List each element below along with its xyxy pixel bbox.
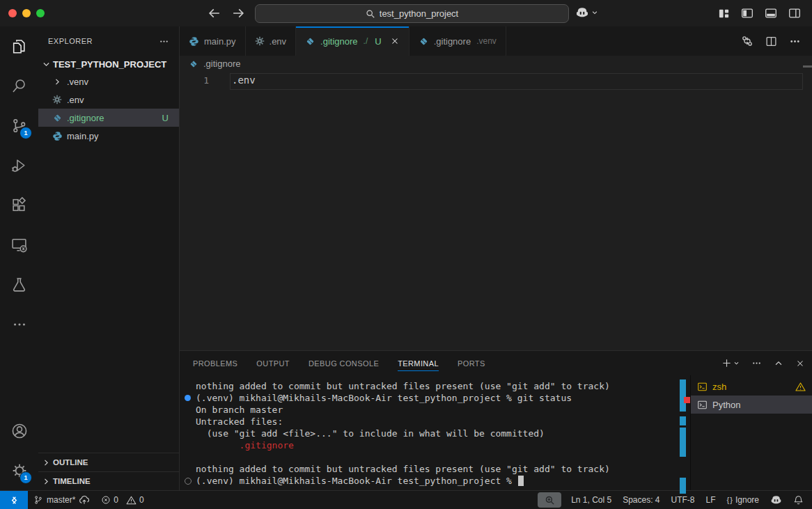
- chevron-down-icon: [42, 60, 51, 69]
- terminal-tabs-list: zsh Python: [690, 375, 812, 490]
- terminal-icon: [697, 382, 708, 392]
- tab-label: main.py: [204, 36, 236, 47]
- activitybar-extensions[interactable]: [0, 185, 38, 225]
- close-tab-button[interactable]: [390, 36, 400, 46]
- search-icon: [10, 77, 28, 95]
- account-icon: [10, 422, 29, 440]
- tree-item-main-py[interactable]: main.py: [38, 127, 179, 145]
- customize-layout-button[interactable]: [718, 8, 730, 19]
- explorer-more-actions-button[interactable]: [159, 36, 169, 47]
- command-center-search[interactable]: test_python_project: [255, 4, 569, 23]
- status-bar: master* 0 0 Ln 1, Col 5 Spaces: 4 UTF-8 …: [0, 490, 812, 509]
- editor-content[interactable]: 1 .env: [180, 72, 812, 350]
- activitybar-testing[interactable]: [0, 265, 38, 304]
- tree-root-test-python-project[interactable]: TEST_PYTHON_PROJECT: [38, 56, 179, 72]
- activitybar-settings[interactable]: 1: [0, 451, 38, 490]
- navigate-forward-button[interactable]: [230, 6, 247, 20]
- language-mode-item[interactable]: Ignore: [721, 491, 765, 509]
- notifications-item[interactable]: [788, 491, 812, 509]
- editor-actions: [741, 26, 812, 56]
- outline-section-header[interactable]: OUTLINE: [38, 453, 179, 471]
- command-decoration-mark: [680, 379, 686, 412]
- panel-tab-terminal[interactable]: TERMINAL: [398, 351, 439, 375]
- indentation-item[interactable]: Spaces: 4: [617, 491, 665, 509]
- terminal-tab-python[interactable]: Python: [691, 396, 812, 414]
- sidebar-header: EXPLORER: [38, 26, 179, 56]
- toggle-panel-button[interactable]: [765, 7, 777, 19]
- branch-status-item[interactable]: master*: [28, 491, 95, 509]
- tab-gitignore-active[interactable]: .gitignore ./ U: [296, 26, 409, 56]
- arrow-right-icon: [231, 6, 245, 20]
- terminal-panel-body: nothing added to commit but untracked fi…: [180, 375, 812, 490]
- navigate-back-button[interactable]: [206, 6, 223, 20]
- copilot-status-item[interactable]: [765, 491, 788, 509]
- git-branch-icon: [33, 495, 43, 505]
- new-terminal-button[interactable]: [721, 358, 740, 368]
- editor-group: main.py .env .gitignore ./ U .gitignore …: [180, 26, 812, 490]
- overview-ruler-mark: [803, 65, 812, 68]
- cursor-position-item[interactable]: Ln 1, Col 5: [565, 491, 617, 509]
- chevron-down-icon: [591, 9, 598, 16]
- project-name: TEST_PYTHON_PROJECT: [53, 59, 166, 70]
- toggle-secondary-sidebar-button[interactable]: [788, 7, 801, 19]
- activitybar-accounts[interactable]: [0, 411, 38, 451]
- outline-label: OUTLINE: [53, 458, 88, 467]
- cursor-position-label: Ln 1, Col 5: [571, 495, 611, 505]
- toggle-primary-sidebar-button[interactable]: [741, 7, 754, 19]
- activitybar-search[interactable]: [0, 66, 38, 106]
- panel-tab-label: OUTPUT: [256, 359, 290, 368]
- panel-tab-debug-console[interactable]: DEBUG CONSOLE: [309, 351, 379, 375]
- activitybar-remote-explorer[interactable]: [0, 225, 38, 265]
- activitybar-run-and-debug[interactable]: [0, 146, 38, 185]
- tab-label: .env: [270, 36, 287, 47]
- terminal-line: [180, 451, 678, 463]
- copilot-menu-button[interactable]: [575, 7, 598, 18]
- panel-tab-ports[interactable]: PORTS: [458, 351, 485, 375]
- tab-gitignore-venv[interactable]: .gitignore .venv: [409, 26, 506, 56]
- close-window-button[interactable]: [8, 9, 17, 17]
- search-icon: [366, 9, 375, 19]
- maximize-panel-button[interactable]: [774, 359, 783, 368]
- activitybar-explorer[interactable]: [0, 26, 38, 66]
- activitybar-more-views[interactable]: [0, 304, 38, 344]
- activitybar-source-control[interactable]: 1: [0, 106, 38, 146]
- problems-status-item[interactable]: 0 0: [95, 491, 149, 509]
- timeline-section-header[interactable]: TIMELINE: [38, 471, 179, 490]
- terminal-overview-ruler[interactable]: [678, 375, 690, 490]
- terminal-more-actions-button[interactable]: [751, 358, 762, 368]
- indentation-label: Spaces: 4: [623, 495, 659, 505]
- command-success-decoration[interactable]: [185, 395, 191, 401]
- tab-main-py[interactable]: main.py: [180, 26, 246, 56]
- eol-item[interactable]: LF: [701, 491, 721, 509]
- more-actions-button[interactable]: [789, 36, 801, 47]
- tree-item-gitignore[interactable]: .gitignore U: [38, 109, 179, 127]
- prompt-decoration[interactable]: [185, 478, 192, 485]
- close-panel-button[interactable]: [795, 359, 805, 368]
- command-decoration-mark: [680, 416, 686, 425]
- panel-tab-problems[interactable]: PROBLEMS: [193, 351, 237, 375]
- terminal-tab-zsh[interactable]: zsh: [691, 377, 812, 396]
- command-decoration-mark: [680, 428, 686, 457]
- maximize-window-button[interactable]: [36, 9, 45, 17]
- panel-tab-output[interactable]: OUTPUT: [256, 351, 290, 375]
- bell-icon: [793, 495, 804, 506]
- open-changes-button[interactable]: [741, 35, 754, 47]
- activity-bar: 1 1: [0, 26, 38, 490]
- zoom-indicator[interactable]: [538, 492, 561, 508]
- split-editor-button[interactable]: [765, 36, 777, 47]
- arrow-left-icon: [208, 6, 221, 20]
- tree-item-venv[interactable]: .venv: [38, 72, 179, 91]
- terminal-viewport[interactable]: nothing added to commit but untracked fi…: [180, 375, 678, 490]
- bottom-panel: PROBLEMS OUTPUT DEBUG CONSOLE TERMINAL P…: [180, 350, 812, 490]
- window-controls: [8, 9, 45, 17]
- minimize-window-button[interactable]: [22, 9, 31, 17]
- terminal-error-marker: [684, 397, 690, 403]
- remote-indicator[interactable]: [0, 491, 28, 509]
- breadcrumb-item[interactable]: .gitignore: [203, 58, 240, 69]
- copilot-icon: [575, 7, 589, 18]
- tree-item-env[interactable]: .env: [38, 91, 179, 109]
- explorer-sidebar: EXPLORER TEST_PYTHON_PROJECT .venv .env …: [38, 26, 180, 490]
- error-icon: [101, 495, 111, 505]
- tab-env[interactable]: .env: [246, 26, 297, 56]
- editor-tabbar: main.py .env .gitignore ./ U .gitignore …: [180, 26, 812, 56]
